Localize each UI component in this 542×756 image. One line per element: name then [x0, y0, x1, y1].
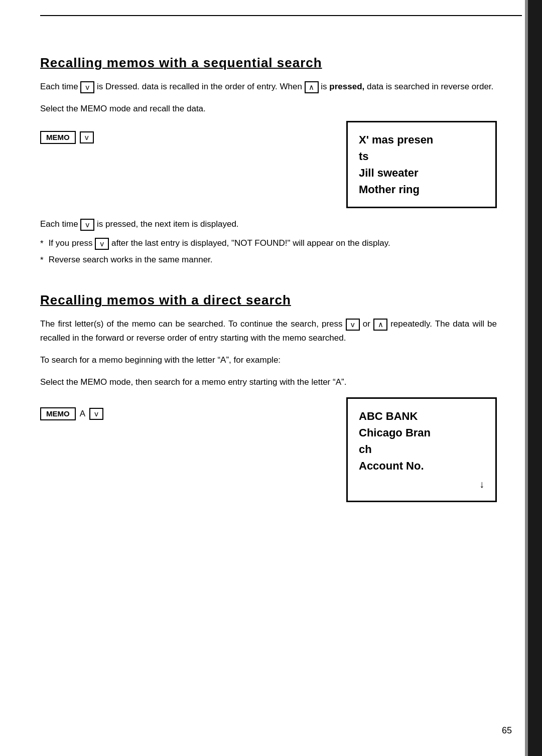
section1-bullet0: Each time v is pressed, the next item is…	[40, 217, 497, 231]
page-number: 65	[502, 725, 512, 736]
page: Recalling memos with a sequential search…	[0, 0, 542, 756]
key-v-4: v	[346, 319, 360, 331]
bullet2-text: Reverse search works in the same manner.	[49, 253, 213, 267]
section1-keys: MEMO v	[40, 121, 316, 149]
section1-title: Recalling memos with a sequential search	[40, 55, 497, 71]
section1-layout: MEMO v X' mas presen ts Jill sweater Mot…	[40, 121, 497, 208]
key-wedge-2: ∧	[373, 319, 387, 331]
section2-key-row: MEMO A v	[40, 407, 316, 420]
section1-para1: Each time v is Dressed. data is recalled…	[40, 80, 497, 94]
display-line3: Jill sweater	[359, 165, 484, 181]
display-box-2: ABC BANK Chicago Bran ch Account No. ↓	[346, 397, 497, 502]
bold-pressed-1: pressed,	[329, 82, 364, 91]
v-key-2[interactable]: v	[89, 408, 103, 420]
section2-title: Recalling memos with a direct search	[40, 292, 497, 308]
display-line2: ts	[359, 148, 484, 165]
section1-para2: Select the MEMO mode and recall the data…	[40, 102, 497, 116]
display-line4: Mother ring	[359, 181, 484, 198]
display-line1: X' mas presen	[359, 131, 484, 148]
section2-para1: The first letter(s) of the memo can be s…	[40, 317, 497, 345]
key-v-1: v	[80, 81, 94, 93]
section1-bullet2: * Reverse search works in the same manne…	[40, 253, 497, 267]
section2: Recalling memos with a direct search The…	[40, 292, 497, 502]
bullet-star-1: *	[40, 237, 44, 251]
section2-para2: To search for a memo beginning with the …	[40, 353, 497, 367]
top-line	[40, 15, 522, 16]
section2-layout: MEMO A v ABC BANK Chicago Bran ch Accoun…	[40, 397, 497, 502]
memo-key-1[interactable]: MEMO	[40, 131, 76, 144]
memo-key-2[interactable]: MEMO	[40, 407, 76, 420]
display2-line4: Account No.	[359, 458, 484, 474]
display-box-1: X' mas presen ts Jill sweater Mother rin…	[346, 121, 497, 208]
section2-keys: MEMO A v	[40, 397, 316, 425]
section1-bullet1: * If you press v after the last entry is…	[40, 236, 497, 251]
section1: Recalling memos with a sequential search…	[40, 55, 497, 267]
right-edge-bar	[528, 0, 542, 756]
v-key-1[interactable]: v	[80, 131, 94, 143]
display2-line3: ch	[359, 441, 484, 458]
section1-key-row: MEMO v	[40, 131, 316, 144]
display2-arrow: ↓	[359, 477, 484, 492]
key-v-2: v	[80, 219, 94, 231]
display2-line2: Chicago Bran	[359, 424, 484, 441]
key-v-3: v	[95, 238, 109, 250]
display2-line1: ABC BANK	[359, 408, 484, 424]
letter-a: A	[80, 409, 85, 419]
section2-display: ABC BANK Chicago Bran ch Account No. ↓	[346, 397, 497, 502]
bullet-star-2: *	[40, 253, 44, 267]
key-wedge-1: ∧	[305, 81, 319, 93]
section1-display: X' mas presen ts Jill sweater Mother rin…	[346, 121, 497, 208]
section2-para3: Select the MEMO mode, then search for a …	[40, 375, 497, 389]
